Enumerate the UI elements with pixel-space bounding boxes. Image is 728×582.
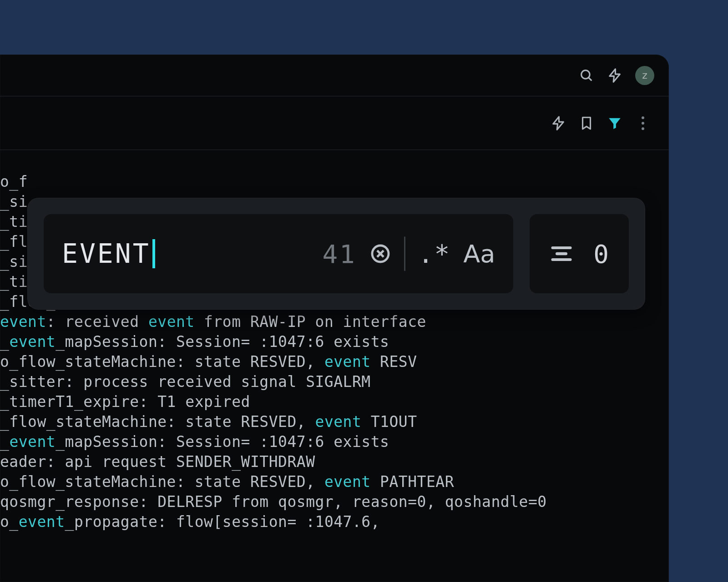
svg-marker-3 [553, 116, 564, 129]
avatar[interactable]: z [635, 66, 654, 85]
bolt-icon[interactable] [551, 115, 566, 131]
group-count: 0 [593, 239, 609, 269]
search-field[interactable]: EVENT 41 .* Aa [44, 214, 513, 293]
text-caret [152, 239, 155, 268]
search-popover: EVENT 41 .* Aa 0 [27, 198, 645, 310]
content-toolbar [0, 96, 669, 150]
match-count: 41 [322, 239, 356, 269]
bolt-icon[interactable] [607, 68, 622, 83]
titlebar: z [0, 55, 669, 96]
clear-search-icon[interactable] [369, 243, 391, 265]
log-area: o_f_si_ti_fl_si_timerT1_expire: T1 expir… [0, 150, 669, 532]
wrap-matches-icon[interactable] [550, 242, 573, 266]
regex-toggle[interactable]: .* [418, 239, 450, 269]
log-viewer-window: z o_f_si_ti_fl_si_timerT1_expire: T1 exp… [0, 55, 669, 582]
search-icon[interactable] [579, 68, 594, 83]
bookmark-icon[interactable] [579, 115, 594, 131]
case-sensitive-toggle[interactable]: Aa [463, 240, 495, 268]
more-menu-icon[interactable] [635, 115, 651, 131]
svg-point-0 [581, 70, 590, 78]
match-line-box: 0 [530, 214, 629, 293]
svg-line-1 [589, 77, 592, 80]
svg-rect-8 [556, 252, 567, 256]
search-input[interactable]: EVENT [62, 238, 155, 269]
search-input-value: EVENT [62, 238, 151, 269]
divider [404, 236, 405, 271]
svg-marker-2 [610, 69, 620, 81]
filter-icon[interactable] [607, 115, 622, 131]
